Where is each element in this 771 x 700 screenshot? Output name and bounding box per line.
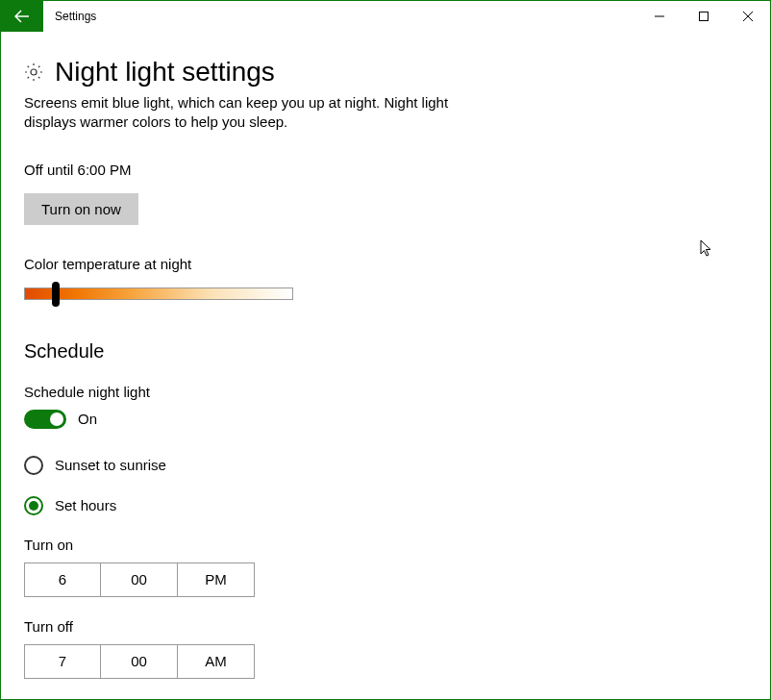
back-arrow-icon (14, 9, 30, 24)
turn-off-time-picker: 7 00 AM (24, 644, 747, 679)
close-icon (743, 12, 753, 21)
turn-on-ampm[interactable]: PM (178, 562, 255, 597)
color-temperature-slider[interactable] (24, 288, 293, 300)
turn-off-minute[interactable]: 00 (101, 644, 178, 679)
page-header: Night light settings (24, 57, 747, 88)
page-content: Night light settings Screens emit blue l… (1, 32, 770, 700)
schedule-toggle-label: Schedule night light (24, 384, 747, 400)
maximize-button[interactable] (682, 1, 726, 32)
window-controls (637, 1, 770, 32)
turn-on-label: Turn on (24, 537, 747, 553)
window-title: Settings (43, 1, 96, 32)
schedule-section-title: Schedule (24, 340, 747, 362)
turn-on-time-picker: 6 00 PM (24, 562, 747, 597)
titlebar: Settings (1, 1, 770, 32)
radio-set-hours[interactable]: Set hours (24, 496, 747, 515)
turn-on-minute[interactable]: 00 (101, 562, 178, 597)
titlebar-drag-area[interactable] (96, 1, 637, 32)
turn-on-now-button[interactable]: Turn on now (24, 193, 138, 225)
turn-off-hour[interactable]: 7 (24, 644, 101, 679)
gear-icon (24, 62, 43, 82)
radio-label: Set hours (55, 497, 116, 513)
svg-point-1 (31, 69, 37, 75)
close-button[interactable] (726, 1, 770, 32)
page-title: Night light settings (55, 57, 275, 88)
back-button[interactable] (1, 1, 43, 32)
night-light-status: Off until 6:00 PM (24, 162, 747, 178)
settings-window: Settings Night light settings Screens em… (0, 0, 771, 700)
page-description: Screens emit blue light, which can keep … (24, 93, 485, 133)
turn-off-label: Turn off (24, 618, 747, 635)
svg-rect-0 (700, 12, 709, 21)
radio-label: Sunset to sunrise (55, 457, 166, 473)
toggle-state-text: On (78, 411, 97, 427)
radio-dot-icon (29, 501, 38, 511)
schedule-toggle-row: On (24, 410, 747, 429)
radio-circle-icon (24, 456, 43, 475)
turn-on-hour[interactable]: 6 (24, 562, 101, 597)
toggle-knob (50, 412, 63, 426)
minimize-icon (655, 12, 664, 21)
color-temperature-label: Color temperature at night (24, 256, 747, 272)
radio-sunset-to-sunrise[interactable]: Sunset to sunrise (24, 456, 747, 475)
maximize-icon (699, 12, 709, 21)
radio-circle-selected-icon (24, 496, 43, 515)
schedule-toggle[interactable] (24, 410, 66, 429)
minimize-button[interactable] (637, 1, 682, 32)
slider-thumb[interactable] (52, 282, 60, 307)
turn-off-ampm[interactable]: AM (178, 644, 255, 679)
